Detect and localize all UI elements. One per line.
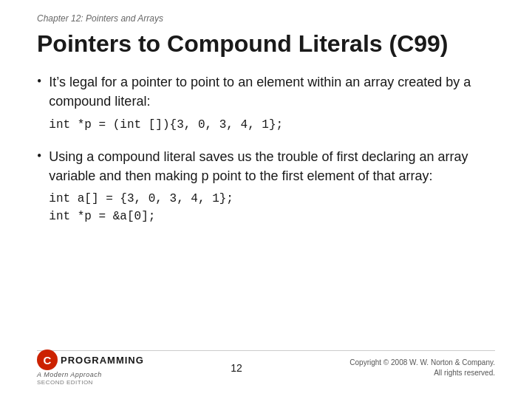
footer: C PROGRAMMING A Modern Approach SECOND E… xyxy=(0,349,532,386)
bullet-marker-1: • xyxy=(37,74,41,89)
code-line-2-2: int *p = &a[0]; xyxy=(49,208,495,225)
copyright-line-2: All rights reserved. xyxy=(434,369,495,377)
header: Chapter 12: Pointers and Arrays Pointers… xyxy=(0,0,532,58)
slide-title: Pointers to Compound Literals (C99) xyxy=(37,30,495,58)
code-block-2: int a[] = {3, 0, 3, 4, 1}; int *p = &a[0… xyxy=(49,190,495,225)
bullet-item-1: • It’s legal for a pointer to point to a… xyxy=(37,72,495,136)
bullet-marker-2: • xyxy=(37,149,41,164)
content-area: • It’s legal for a pointer to point to a… xyxy=(0,72,532,228)
logo-c-letter: C xyxy=(37,349,58,370)
code-line-1-1: int *p = (int []){3, 0, 3, 4, 1}; xyxy=(49,116,495,134)
code-line-2-1: int a[] = {3, 0, 3, 4, 1}; xyxy=(49,190,495,208)
page-number: 12 xyxy=(155,362,318,374)
logo-subtitle: A Modern Approach xyxy=(37,371,102,378)
slide: Chapter 12: Pointers and Arrays Pointers… xyxy=(0,0,532,399)
bullet-text-1: It’s legal for a pointer to point to an … xyxy=(49,72,495,111)
bullet-content-2: Using a compound literal saves us the tr… xyxy=(49,147,495,228)
bullet-text-2: Using a compound literal saves us the tr… xyxy=(49,147,495,185)
logo-area: C PROGRAMMING A Modern Approach SECOND E… xyxy=(37,349,155,386)
bullet-item-2: • Using a compound literal saves us the … xyxy=(37,147,495,228)
copyright-line-1: Copyright © 2008 W. W. Norton & Company. xyxy=(349,358,495,366)
copyright-text: Copyright © 2008 W. W. Norton & Company.… xyxy=(318,358,495,378)
logo-row: C PROGRAMMING xyxy=(37,349,144,370)
logo-edition: SECOND EDITION xyxy=(37,379,93,386)
bullet-content-1: It’s legal for a pointer to point to an … xyxy=(49,72,495,136)
code-block-1: int *p = (int []){3, 0, 3, 4, 1}; xyxy=(49,116,495,134)
chapter-label: Chapter 12: Pointers and Arrays xyxy=(37,13,495,24)
logo-programming-text: PROGRAMMING xyxy=(61,355,144,366)
